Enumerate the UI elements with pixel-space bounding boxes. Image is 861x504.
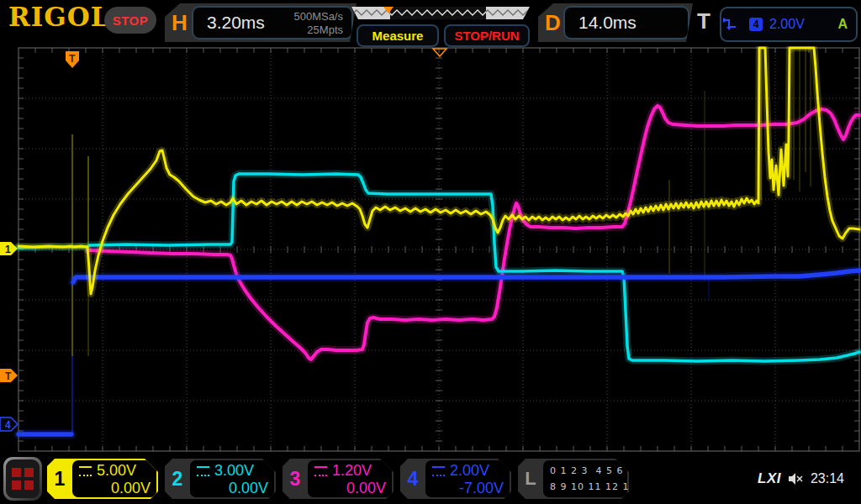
trigger-time-marker-label: T (69, 53, 76, 65)
memory-depth: 25Mpts (293, 24, 343, 37)
channel4-offset: -7.00V (432, 480, 504, 498)
channel1-position-marker-label: 1 (5, 244, 11, 255)
channel4-scale: 2.00V (450, 462, 489, 480)
la-label: L (518, 459, 543, 499)
t-label: T (697, 8, 710, 34)
channel1-box[interactable]: 1 5.00V 0.00V (47, 459, 158, 499)
right-status-group: LXI 23:14 (758, 454, 844, 504)
lxi-logo: LXI (758, 470, 781, 487)
clock: 23:14 (811, 471, 844, 486)
menu-grid-icon (12, 468, 34, 490)
horizontal-settings-block[interactable]: H 3.20ms 500MSa/s 25Mpts (165, 3, 357, 42)
oscilloscope-screen: 1T4T RIGOL STOP H 3.20ms 500MSa/s 25Mpts… (0, 0, 861, 504)
channel1-scale: 5.00V (97, 462, 136, 480)
d-label: D (545, 10, 561, 36)
menu-button[interactable] (3, 457, 42, 501)
channel4-number: 4 (400, 459, 425, 499)
stop-run-button[interactable]: STOP/RUN (444, 24, 530, 47)
trigger-mode: A (837, 17, 848, 32)
channel1-number: 1 (47, 459, 72, 499)
top-status-bar: RIGOL STOP H 3.20ms 500MSa/s 25Mpts Meas… (0, 0, 861, 46)
dc-coupling-icon (79, 466, 92, 476)
trigger-level-value: 2.00V (769, 17, 805, 32)
trigger-source-badge: 4 (749, 18, 763, 31)
delay-value: 14.0ms (578, 13, 637, 33)
sample-rate: 500MSa/s (293, 10, 343, 24)
dc-coupling-icon (432, 466, 445, 476)
delay-panel[interactable]: 14.0ms (563, 6, 689, 39)
dc-coupling-icon (197, 466, 209, 476)
memory-position-strip[interactable] (351, 7, 530, 19)
channel3-box[interactable]: 3 1.20V 0.00V (283, 459, 394, 499)
channel4-box[interactable]: 4 2.00V -7.00V (400, 459, 511, 499)
rigol-logo: RIGOL (8, 2, 110, 32)
channel2-number: 2 (165, 459, 190, 499)
trigger-level-marker-label: T (5, 370, 12, 382)
channel1-offset: 0.00V (79, 480, 151, 498)
la-channels-row2: 8 9 10 11 12 13 14 15 (550, 479, 621, 495)
acquisition-info: 500MSa/s 25Mpts (293, 10, 343, 38)
run-state-badge: STOP (104, 7, 156, 34)
channel3-offset: 0.00V (314, 480, 386, 498)
logic-analyzer-box[interactable]: L 0 1 2 3 4 5 6 7 8 9 10 11 12 13 14 15 (518, 459, 629, 499)
channel2-scale: 3.00V (214, 462, 254, 480)
channel3-scale: 1.20V (332, 462, 372, 480)
delay-settings-block[interactable]: D 14.0ms (538, 3, 693, 42)
waveform-display[interactable]: 1T4T (0, 0, 861, 504)
trigger-panel[interactable]: 4 2.00V A (720, 7, 858, 42)
screen-center-marker (433, 49, 446, 56)
timebase-value: 3.20ms (207, 13, 265, 33)
timebase-panel[interactable]: 3.20ms 500MSa/s 25Mpts (192, 6, 353, 39)
bottom-status-bar: 1 5.00V 0.00V 2 3.00V 0.00V 3 1.20V 0.00… (0, 454, 861, 504)
h-label: H (172, 10, 188, 36)
channel2-box[interactable]: 2 3.00V 0.00V (165, 459, 276, 499)
la-channels-row1: 0 1 2 3 4 5 6 7 (550, 463, 621, 479)
channel4-position-marker-label: 4 (5, 419, 11, 431)
falling-edge-icon (721, 17, 737, 32)
channel2-offset: 0.00V (197, 480, 268, 498)
dc-coupling-icon (314, 466, 327, 476)
channel3-number: 3 (283, 459, 308, 499)
measure-button[interactable]: Measure (357, 24, 439, 47)
speaker-muted-icon (789, 472, 803, 486)
